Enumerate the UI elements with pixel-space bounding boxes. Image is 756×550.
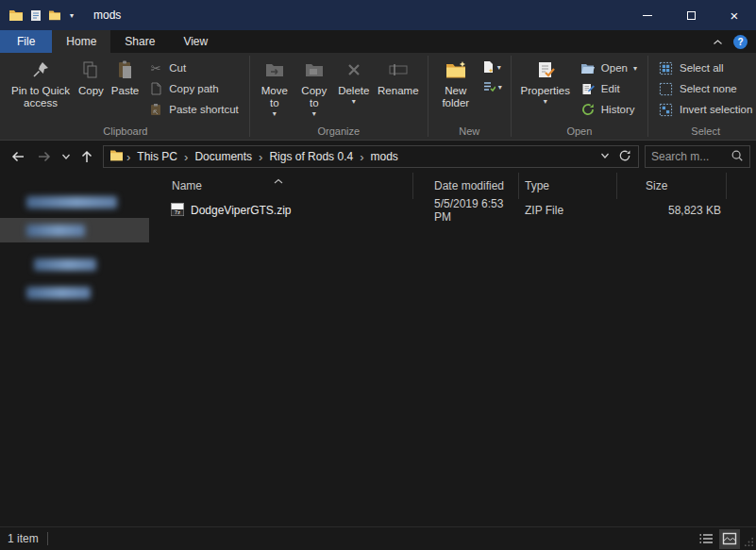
edit-button[interactable]: Edit xyxy=(575,78,643,99)
file-date-modified: 5/5/2019 6:53 PM xyxy=(413,197,519,224)
new-folder-icon xyxy=(445,58,467,82)
svg-text:7z: 7z xyxy=(175,209,180,215)
easy-access-caret-icon: ▾ xyxy=(498,83,502,92)
address-bar[interactable]: › This PC › Documents › Rigs of Rods 0.4… xyxy=(103,145,639,168)
details-view-button[interactable] xyxy=(696,529,716,549)
tab-share[interactable]: Share xyxy=(110,30,169,53)
new-item-button[interactable]: ▾ xyxy=(479,58,506,77)
sidebar-item-redacted[interactable] xyxy=(0,252,149,276)
copy-path-label: Copy path xyxy=(169,83,218,94)
paste-shortcut-label: Paste shortcut xyxy=(169,104,239,115)
open-caret-icon: ▾ xyxy=(633,64,637,73)
file-list: Name Date modified Type Size 7z DodgeVip… xyxy=(149,173,756,526)
paste-button[interactable]: Paste xyxy=(108,55,143,97)
delete-caret-icon: ▾ xyxy=(352,97,356,106)
forward-button[interactable] xyxy=(32,144,57,169)
large-icons-view-button[interactable] xyxy=(719,529,740,549)
resize-grip[interactable] xyxy=(743,529,756,549)
properties-button[interactable]: Properties ▾ xyxy=(516,55,575,106)
qat-new-folder-icon[interactable] xyxy=(48,9,61,21)
status-bar: 1 item xyxy=(0,526,756,550)
maximize-button[interactable] xyxy=(669,0,713,30)
invert-selection-label: Invert selection xyxy=(680,104,752,115)
clipboard-group-label: Clipboard xyxy=(7,124,244,140)
refresh-button[interactable] xyxy=(618,149,631,165)
pin-to-quick-access-button[interactable]: Pin to Quick access xyxy=(7,55,75,109)
new-folder-button[interactable]: New folder xyxy=(433,55,479,109)
redacted-label xyxy=(26,196,117,208)
zip-file-icon: 7z xyxy=(170,202,185,220)
breadcrumb-this-pc[interactable]: This PC xyxy=(133,150,181,163)
properties-caret-icon: ▾ xyxy=(544,97,547,106)
tab-view[interactable]: View xyxy=(169,30,222,53)
copy-button[interactable]: Copy xyxy=(75,55,108,97)
up-button[interactable] xyxy=(75,144,99,169)
tab-file[interactable]: File xyxy=(0,30,52,53)
back-button[interactable] xyxy=(6,144,30,169)
select-none-button[interactable]: Select none xyxy=(653,78,756,99)
quick-access-toolbar: ▾ mods xyxy=(0,8,626,22)
sort-ascending-icon xyxy=(274,174,283,187)
minimize-button[interactable] xyxy=(626,0,669,30)
file-name: DodgeViperGTS.zip xyxy=(191,204,292,217)
sidebar-item-redacted[interactable] xyxy=(0,280,149,305)
column-header-date-modified[interactable]: Date modified xyxy=(413,173,519,199)
search-input[interactable] xyxy=(651,150,727,163)
qat-customize-chevron-icon[interactable]: ▾ xyxy=(68,11,76,20)
sidebar-item-redacted-selected[interactable] xyxy=(0,218,149,242)
column-header-type[interactable]: Type xyxy=(519,173,617,199)
select-none-icon xyxy=(659,82,674,96)
copy-path-icon xyxy=(148,82,163,95)
window-controls: × xyxy=(626,0,756,30)
easy-access-icon xyxy=(482,80,496,94)
help-icon[interactable]: ? xyxy=(733,35,748,49)
rename-button[interactable]: Rename xyxy=(374,55,423,97)
copy-to-button[interactable]: Copy to ▾ xyxy=(294,55,334,118)
select-all-button[interactable]: Select all xyxy=(653,58,756,78)
new-group-label: New xyxy=(433,124,506,140)
address-dropdown-button[interactable] xyxy=(600,150,610,163)
qat-properties-icon[interactable] xyxy=(30,9,42,22)
open-button[interactable]: Open ▾ xyxy=(575,58,643,78)
select-all-label: Select all xyxy=(680,62,724,74)
search-box[interactable] xyxy=(645,145,750,168)
copy-path-button[interactable]: Copy path xyxy=(143,78,244,99)
chevron-down-icon xyxy=(61,152,71,161)
minimize-icon xyxy=(643,15,652,16)
easy-access-button[interactable]: ▾ xyxy=(479,77,506,97)
invert-selection-button[interactable]: Invert selection xyxy=(653,99,756,120)
history-button[interactable]: History xyxy=(575,99,643,120)
cut-button[interactable]: ✂ Cut xyxy=(143,58,244,78)
pin-icon xyxy=(30,58,51,82)
open-icon xyxy=(580,62,596,75)
copy-label: Copy xyxy=(78,85,104,97)
history-label: History xyxy=(601,104,635,115)
breadcrumb-chevron-icon: › xyxy=(126,150,130,164)
redacted-label xyxy=(34,258,96,271)
move-to-caret-icon: ▾ xyxy=(273,109,277,118)
search-icon xyxy=(731,149,744,165)
minimize-ribbon-chevron-icon[interactable] xyxy=(713,35,723,48)
explorer-window: ▾ mods × File Home Share View ? xyxy=(0,0,756,550)
delete-button[interactable]: Delete ▾ xyxy=(334,55,374,106)
file-row[interactable]: 7z DodgeViperGTS.zip 5/5/2019 6:53 PM ZI… xyxy=(149,199,756,222)
close-button[interactable]: × xyxy=(713,0,756,30)
breadcrumb-rigs-of-rods[interactable]: Rigs of Rods 0.4 xyxy=(265,150,357,163)
select-none-label: Select none xyxy=(680,83,737,94)
paste-label: Paste xyxy=(111,85,139,97)
recent-locations-button[interactable] xyxy=(59,144,73,169)
ribbon-group-select: Select all Select none Invert selection xyxy=(648,53,756,140)
sidebar-item-redacted[interactable] xyxy=(0,190,149,214)
select-all-icon xyxy=(659,61,674,75)
up-arrow-icon xyxy=(79,149,94,164)
paste-shortcut-button[interactable]: Paste shortcut xyxy=(143,99,244,120)
column-header-size[interactable]: Size xyxy=(617,173,727,199)
breadcrumb-documents[interactable]: Documents xyxy=(191,150,256,163)
status-separator xyxy=(47,532,48,545)
chevron-down-icon xyxy=(600,151,610,160)
breadcrumb-mods[interactable]: mods xyxy=(366,150,401,163)
tab-home[interactable]: Home xyxy=(52,30,110,53)
titlebar: ▾ mods × xyxy=(0,0,756,30)
organize-group-label: Organize xyxy=(255,124,423,140)
move-to-button[interactable]: Move to ▾ xyxy=(255,55,294,118)
